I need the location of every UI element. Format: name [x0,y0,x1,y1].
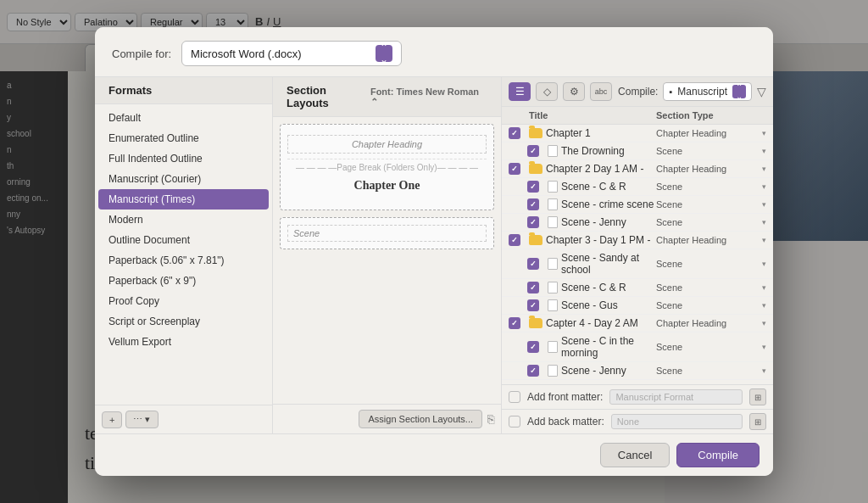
doc-icon [548,216,558,228]
col-check-header [509,110,529,120]
row-checkbox[interactable] [527,299,548,311]
row-checkbox[interactable] [527,258,548,270]
add-format-btn[interactable]: + [102,411,122,428]
row-dropdown[interactable]: ▾ [762,319,766,327]
row-checkbox[interactable] [509,234,529,246]
row-dropdown[interactable]: ▾ [762,283,766,292]
compile-button[interactable]: Compile [676,443,760,467]
table-row[interactable]: The Drowning Scene ▾ [502,143,773,160]
table-row[interactable]: Chapter 2 Day 1 AM - Chapter Heading ▾ [502,160,773,178]
row-title: Scene - Gus [561,299,618,311]
row-dropdown[interactable]: ▾ [762,260,766,268]
row-checkbox[interactable] [527,216,548,228]
compile-dropdown-value: Manuscript [677,86,727,98]
table-row[interactable]: Scene - Jenny Scene ▾ [502,362,773,380]
row-dropdown[interactable]: ▾ [762,200,766,209]
row-checkbox[interactable] [527,198,548,210]
list-view-btn[interactable]: ☰ [509,82,531,101]
back-matter-input[interactable]: None [611,414,743,429]
row-dropdown[interactable]: ▾ [762,218,766,226]
format-paperback-506[interactable]: Paperback (5.06" x 7.81") [95,250,272,271]
table-row[interactable]: Capter 4 - Day 2 AM Chapter Heading ▾ [502,315,773,333]
page-break-label: — — — —Page Break (Folders Only)— — — — [287,159,487,172]
table-row[interactable]: Scene - crime scene Scene ▾ [502,196,773,214]
table-row[interactable]: Scene - Jenny Scene ▾ [502,214,773,232]
compile-table: Chapter 1 Chapter Heading ▾ The Drowning [502,125,773,384]
compile-for-label: Compile for: [112,48,171,60]
row-title: Scene - Sandy at school [561,252,656,276]
compile-dropdown-label: Compile: [618,86,658,98]
table-row[interactable]: Scene - Gus Scene ▾ [502,297,773,315]
row-dropdown[interactable]: ▾ [762,165,766,173]
table-row[interactable]: Scene - C in the morning Scene ▾ [502,333,773,362]
compile-format-spinner[interactable]: ⌃⌄ [376,45,392,62]
front-matter-input[interactable]: Manuscript Format [609,389,743,405]
row-title: Scene - C & R [561,282,626,293]
folder-icon [529,164,542,174]
row-dropdown[interactable]: ▾ [762,129,766,137]
table-row[interactable]: Chapter 1 Chapter Heading ▾ [502,125,773,143]
section-panel: Section Layouts Font: Times New Roman ⌃ … [273,77,502,433]
format-vellum[interactable]: Vellum Export [95,332,272,352]
doc-icon [548,258,558,270]
front-matter-icon-btn[interactable]: ⊞ [749,388,766,405]
format-enum-outline[interactable]: Enumerated Outline [95,128,272,148]
row-title-cell: Capter 4 - Day 2 AM [529,317,656,329]
compile-dropdown-arrow[interactable]: ⌃⌄ [732,85,746,98]
row-title: Scene - Jenny [561,216,626,228]
row-dropdown[interactable]: ▾ [762,236,766,244]
row-title-cell: Scene - crime scene [548,198,656,210]
row-dropdown[interactable]: ▾ [762,343,766,351]
cancel-button[interactable]: Cancel [600,443,670,467]
table-row[interactable]: Scene - Sandy at school Scene ▾ [502,249,773,279]
scene-preview-title: Scene [287,225,487,242]
table-row[interactable]: Chapter 3 - Day 1 PM - Chapter Heading ▾ [502,232,773,249]
abc-btn[interactable]: abc [590,82,612,101]
row-title-cell: Scene - Jenny [548,216,656,228]
settings-btn[interactable]: ⚙ [563,82,585,101]
format-outline-doc[interactable]: Outline Document [95,230,272,250]
row-dropdown[interactable]: ▾ [762,182,766,191]
section-page-icon[interactable]: ⎘ [487,412,494,426]
format-default[interactable]: Default [95,108,272,128]
table-row[interactable]: Scene - C & R Scene ▾ [502,279,773,297]
row-title: Scene - Jenny [561,365,626,377]
format-manuscript-courier[interactable]: Manuscript (Courier) [95,169,272,189]
manage-format-btn[interactable]: ⋯ ▾ [125,411,158,428]
row-checkbox[interactable] [527,282,548,293]
assign-layouts-btn[interactable]: Assign Section Layouts... [359,410,482,428]
format-manuscript-times[interactable]: Manuscript (Times) [98,189,269,210]
row-checkbox[interactable] [527,341,548,353]
table-row[interactable]: Scene - C & R Scene ▾ [502,178,773,196]
back-matter-checkbox[interactable] [509,416,520,428]
section-content: Chapter Heading — — — —Page Break (Folde… [273,117,501,404]
row-title: Chapter 1 [546,127,591,139]
compile-panel: ☰ ◇ ⚙ abc Compile: ▪ Manuscript ⌃⌄ ▽ Tit… [502,77,773,433]
section-footer: Assign Section Layouts... ⎘ [273,404,501,433]
front-matter-checkbox[interactable] [509,391,520,403]
row-checkbox[interactable] [527,365,548,377]
row-checkbox[interactable] [527,145,548,157]
row-dropdown[interactable]: ▾ [762,147,766,155]
back-matter-icon-btn[interactable]: ⊞ [749,413,766,430]
row-checkbox[interactable] [509,127,529,139]
format-modern[interactable]: Modern [95,210,272,230]
format-paperback-6[interactable]: Paperback (6" x 9") [95,271,272,291]
compile-for-select[interactable]: Microsoft Word (.docx) ⌃⌄ [181,41,402,66]
row-title: Scene - crime scene [561,198,654,210]
row-checkbox[interactable] [527,181,548,193]
row-type-cell: Scene ▾ [656,259,766,269]
row-checkbox[interactable] [509,317,529,329]
filter-icon[interactable]: ▽ [757,85,766,98]
row-dropdown[interactable]: ▾ [762,301,766,310]
doc-icon [548,198,558,210]
row-title: Scene - C & R [561,181,626,193]
row-checkbox[interactable] [509,163,529,175]
row-dropdown[interactable]: ▾ [762,366,766,375]
format-script[interactable]: Script or Screenplay [95,311,272,332]
format-proof[interactable]: Proof Copy [95,291,272,311]
compile-dropdown[interactable]: ▪ Manuscript ⌃⌄ [663,82,752,101]
format-full-outline[interactable]: Full Indented Outline [95,148,272,169]
formats-panel: Formats Default Enumerated Outline Full … [95,77,273,433]
tags-view-btn[interactable]: ◇ [536,82,558,101]
